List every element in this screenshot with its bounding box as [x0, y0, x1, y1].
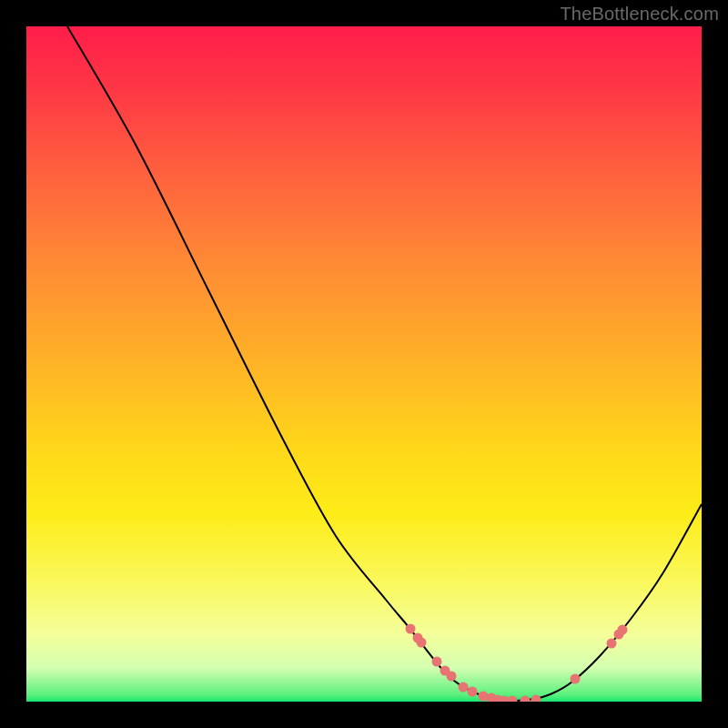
bottleneck-curve: [67, 26, 702, 701]
attribution-label: TheBottleneck.com: [560, 4, 719, 25]
data-marker: [468, 687, 478, 697]
data-marker: [447, 672, 457, 682]
plot-area: [26, 26, 702, 702]
data-marker: [459, 682, 469, 693]
data-marker: [521, 696, 531, 703]
data-marker: [508, 696, 518, 703]
chart-svg: [26, 26, 702, 702]
data-marker: [531, 695, 541, 703]
data-marker: [417, 638, 427, 648]
data-marker: [432, 657, 442, 667]
data-marker: [618, 625, 628, 635]
data-marker: [571, 674, 581, 684]
data-marker: [406, 624, 416, 634]
data-marker: [607, 639, 617, 649]
figure-root: TheBottleneck.com: [0, 0, 728, 728]
